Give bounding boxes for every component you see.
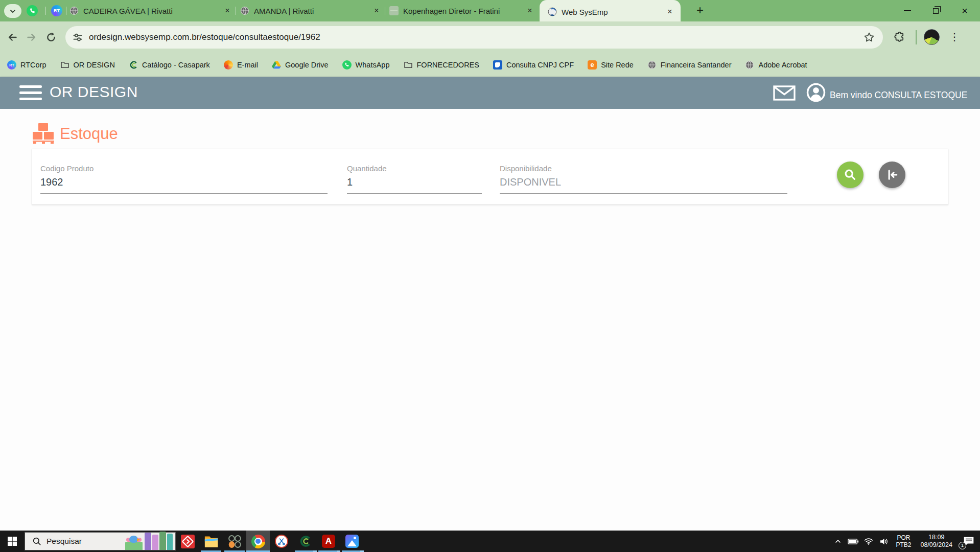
taskbar-app-snipping[interactable] [270, 531, 293, 552]
site-settings-icon[interactable] [73, 32, 83, 42]
chrome-tab-strip: RT CADEIRA GÁVEA | Rivatti × AMANDA | Ri… [0, 0, 980, 21]
bookmark-label: FORNECEDORES [417, 61, 479, 69]
close-icon[interactable]: × [372, 6, 381, 15]
scissors-icon [275, 535, 288, 548]
bookmark-label: Catálogo - Casapark [142, 61, 210, 69]
clock[interactable]: 18:09 08/09/2024 [915, 534, 958, 549]
field-label: Disponibilidade [500, 164, 552, 173]
tab-amanda[interactable]: AMANDA | Rivatti × [240, 4, 381, 18]
taskbar-app-chrome[interactable] [246, 531, 270, 552]
new-tab-button[interactable]: + [693, 4, 707, 18]
close-icon[interactable]: × [525, 6, 534, 15]
forward-button[interactable] [24, 29, 40, 45]
tab-kopenhagen[interactable]: Kopenhagen Diretor - Fratini × [389, 4, 534, 18]
action-center-button[interactable]: 1 [958, 531, 980, 552]
search-placeholder: Pesquisar [46, 537, 82, 546]
casapark-icon [129, 60, 138, 70]
address-bar[interactable]: ordesign.websysemp.com.br/estoque/consul… [65, 26, 883, 49]
page-content: Estoque Codigo Produto 1962 Quantidade 1… [0, 109, 980, 531]
bookmark-label: Google Drive [285, 61, 329, 69]
field-disponibilidade: Disponibilidade DISPONIVEL [500, 149, 787, 204]
taskbar-app-casapark[interactable] [293, 531, 317, 552]
pinned-tab-rtcorp[interactable]: RT [51, 5, 62, 16]
profile-avatar[interactable] [924, 29, 940, 45]
window-close-button[interactable]: × [953, 0, 976, 21]
tab-search-button[interactable] [4, 4, 21, 18]
whatsapp-icon [342, 60, 352, 70]
tray-expand-button[interactable] [830, 531, 846, 552]
bookmark-consulta-cnpj[interactable]: Consulta CNPJ CPF [493, 60, 574, 70]
bookmark-label: RTCorp [20, 61, 46, 69]
bookmark-catalogo-casapark[interactable]: Catálogo - Casapark [129, 60, 210, 70]
taskbar-app-remote[interactable] [176, 531, 199, 552]
taskbar-app-photos[interactable] [340, 531, 364, 552]
input-underline [40, 193, 328, 194]
window-restore-button[interactable] [924, 0, 947, 21]
folder-icon [60, 60, 69, 70]
back-button[interactable] [4, 29, 20, 45]
menu-button[interactable] [19, 85, 42, 100]
bookmark-google-drive[interactable]: Google Drive [272, 60, 329, 70]
file-explorer-icon [204, 535, 218, 548]
windows-logo-icon [8, 537, 17, 546]
page-title-block: Estoque [32, 123, 118, 144]
screen: RT CADEIRA GÁVEA | Rivatti × AMANDA | Ri… [0, 0, 980, 552]
network-indicator[interactable] [861, 531, 876, 552]
extensions-button[interactable] [892, 29, 907, 44]
casapark-c-icon [298, 535, 312, 548]
window-minimize-button[interactable] [896, 0, 919, 21]
taskbar-search-box[interactable]: Pesquisar [25, 532, 176, 550]
input-underline [347, 193, 482, 194]
bookmark-site-rede[interactable]: eSite Rede [588, 60, 634, 70]
bookmark-whatsapp[interactable]: WhatsApp [342, 60, 390, 70]
bookmark-financeira-santander[interactable]: Financeira Santander [647, 60, 732, 70]
globe-icon [240, 6, 249, 15]
bookmark-or-design[interactable]: OR DESIGN [60, 60, 115, 70]
reload-button[interactable] [43, 29, 59, 45]
bookmark-adobe-acrobat[interactable]: Adobe Acrobat [745, 60, 807, 70]
pinned-tab-whatsapp[interactable] [27, 5, 38, 16]
welcome-text: Bem vindo CONSULTA ESTOQUE [830, 85, 967, 101]
url-text[interactable]: ordesign.websysemp.com.br/estoque/consul… [89, 32, 864, 42]
tab-title: Kopenhagen Diretor - Fratini [403, 7, 521, 15]
sysemp-favicon [548, 7, 557, 16]
exit-button[interactable] [879, 162, 905, 188]
bookmark-email[interactable]: E-mail [224, 60, 258, 70]
messages-button[interactable] [773, 85, 796, 101]
volume-indicator[interactable] [876, 531, 892, 552]
battery-indicator[interactable] [846, 531, 861, 552]
bird-illustration [129, 536, 138, 543]
bookmarks-bar: RTRTCorp OR DESIGN Catálogo - Casapark E… [0, 53, 980, 77]
taskbar-app-file-explorer[interactable] [199, 531, 223, 552]
bookmark-fornecedores[interactable]: FORNECEDORES [404, 60, 479, 70]
tab-web-sysemp-active[interactable]: Web SysEmp × [540, 0, 681, 21]
bookmark-rtcorp[interactable]: RTRTCorp [7, 60, 46, 70]
close-icon[interactable]: × [665, 7, 674, 16]
codigo-produto-input[interactable]: 1962 [40, 176, 63, 188]
close-icon[interactable]: × [223, 6, 232, 15]
browser-menu-button[interactable]: ⋮ [948, 29, 961, 45]
email-icon [224, 60, 233, 70]
field-quantidade: Quantidade 1 [347, 149, 482, 204]
red-diamond-app-icon [181, 535, 195, 548]
envelope-icon [773, 85, 796, 101]
taskbar-app-acrobat[interactable]: A [317, 531, 340, 552]
folder-icon [404, 60, 413, 70]
start-button[interactable] [0, 531, 25, 552]
search-highlight-illustration [125, 531, 174, 550]
bookmark-star-icon[interactable] [864, 32, 875, 43]
wifi-icon [864, 538, 873, 545]
field-label: Quantidade [347, 164, 387, 173]
taskbar-app-circles[interactable] [223, 531, 246, 552]
quantidade-input[interactable]: 1 [347, 176, 353, 188]
bookmark-label: E-mail [237, 61, 258, 69]
user-menu[interactable]: Bem vindo CONSULTA ESTOQUE [806, 83, 967, 102]
search-button[interactable] [837, 162, 864, 188]
disponibilidade-input[interactable]: DISPONIVEL [500, 176, 561, 188]
four-circles-app-icon [228, 535, 242, 548]
tab-title: Web SysEmp [562, 8, 661, 16]
tab-cadeira-gavea[interactable]: CADEIRA GÁVEA | Rivatti × [69, 4, 232, 18]
chevron-down-icon [9, 7, 17, 15]
language-indicator[interactable]: POR PTB2 [892, 534, 915, 548]
keyboard-layout: PTB2 [896, 541, 911, 548]
